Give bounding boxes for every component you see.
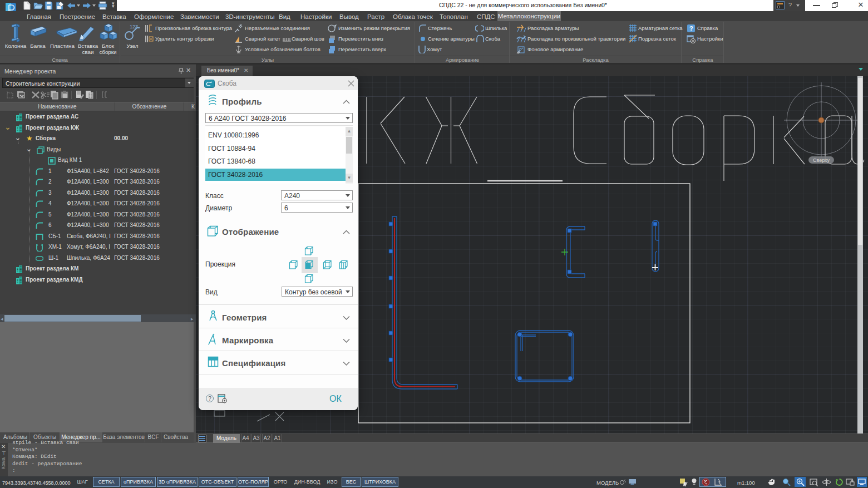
svg-text:?: ? — [689, 25, 693, 32]
svg-text:123: 123 — [130, 24, 138, 29]
svg-text:Сверху: Сверху — [813, 157, 830, 163]
